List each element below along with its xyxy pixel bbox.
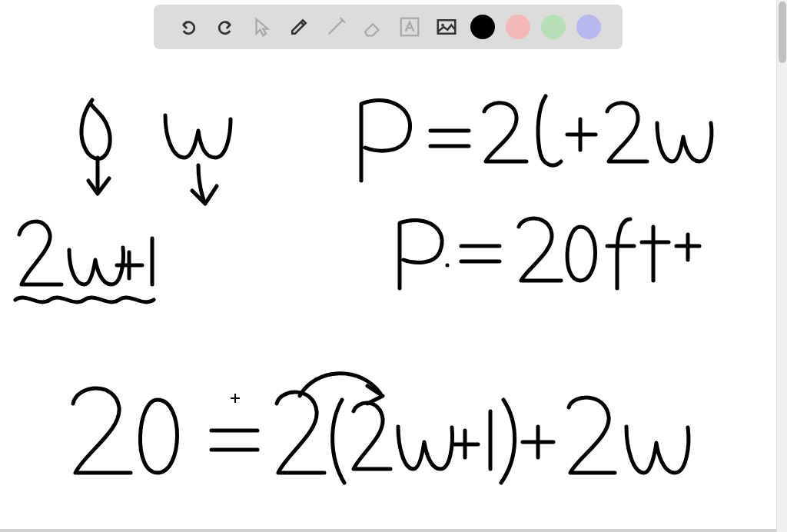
redo-button[interactable]	[212, 14, 238, 40]
handwriting-w-top	[165, 115, 231, 204]
tools-button[interactable]	[323, 14, 349, 40]
handwriting-equation	[73, 374, 689, 483]
color-black[interactable]	[470, 15, 495, 39]
whiteboard-canvas[interactable]	[0, 54, 776, 526]
tools-icon	[324, 15, 347, 38]
pen-icon	[287, 15, 310, 38]
bottom-border	[0, 529, 776, 532]
handwriting-perimeter-value	[400, 218, 699, 288]
undo-button[interactable]	[175, 14, 201, 40]
svg-line-0	[301, 22, 304, 25]
pen-button[interactable]	[286, 14, 312, 40]
undo-icon	[177, 15, 200, 38]
text-button[interactable]	[397, 14, 423, 40]
pointer-button[interactable]	[249, 14, 275, 40]
image-button[interactable]	[433, 14, 460, 40]
vertical-scrollbar[interactable]	[776, 0, 787, 532]
toolbar	[154, 5, 623, 49]
handwriting-2w-plus-1	[15, 221, 154, 302]
color-purple[interactable]	[576, 15, 601, 39]
color-pink[interactable]	[506, 15, 530, 39]
redo-icon	[214, 15, 237, 38]
handwriting-formula	[361, 96, 712, 181]
color-green[interactable]	[541, 15, 566, 39]
eraser-button[interactable]	[360, 14, 386, 40]
eraser-icon	[361, 15, 384, 38]
scrollbar-thumb[interactable]	[779, 2, 786, 63]
image-icon	[435, 15, 458, 38]
text-icon	[398, 15, 421, 38]
pointer-icon	[251, 15, 274, 38]
handwriting-l	[81, 100, 110, 194]
svg-point-4	[446, 264, 450, 268]
